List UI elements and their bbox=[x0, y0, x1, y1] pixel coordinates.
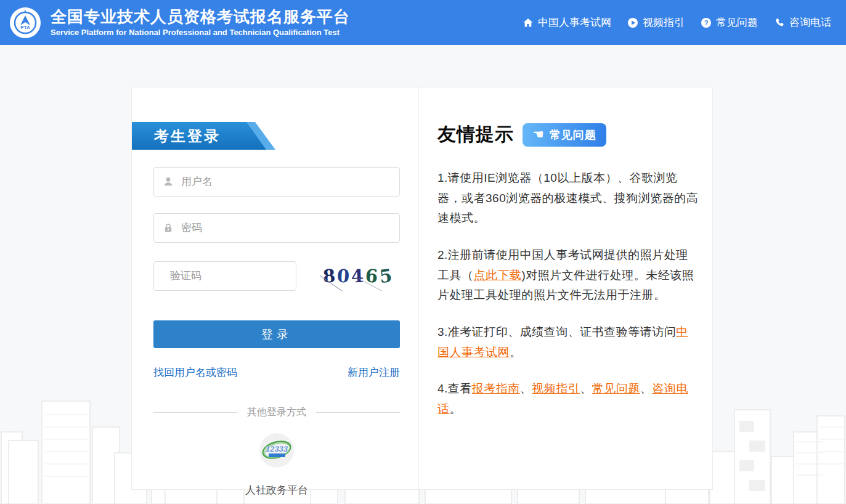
other-login-divider-label: 其他登录方式 bbox=[237, 406, 316, 419]
captcha-image[interactable]: 80465 bbox=[320, 261, 397, 291]
login-panel-ribbon: 考生登录 bbox=[132, 122, 277, 150]
username-field-wrap bbox=[153, 167, 400, 197]
pta-logo: PTA bbox=[10, 7, 41, 38]
alt-login-label: 人社政务平台 bbox=[153, 483, 400, 497]
pta-logo-icon: PTA bbox=[12, 10, 38, 36]
tip-paragraph: 1.请使用IE浏览器（10以上版本）、谷歌浏览器，或者360浏览器的极速模式、搜… bbox=[437, 168, 699, 229]
captcha-field-wrap bbox=[153, 261, 296, 291]
nav-item-faq[interactable]: ? 常见问题 bbox=[701, 15, 758, 30]
password-input[interactable] bbox=[181, 222, 391, 234]
phone-icon bbox=[774, 17, 785, 28]
home-icon bbox=[523, 17, 534, 28]
header-nav: 中国人事考试网 视频指引 ? 常见问题 咨询电话 bbox=[523, 15, 846, 30]
nav-item-label: 中国人事考试网 bbox=[538, 15, 611, 30]
header-titles: 全国专业技术人员资格考试报名服务平台 Service Platform for … bbox=[51, 8, 350, 38]
captcha-digits: 80465 bbox=[323, 266, 394, 287]
login-links-row: 找回用户名或密码 新用户注册 bbox=[153, 365, 400, 380]
nav-item-video-guide[interactable]: 视频指引 bbox=[627, 15, 685, 30]
alt-logo-number: 12333 bbox=[266, 444, 288, 453]
login-form: 80465 登录 找回用户名或密码 新用户注册 其他登录方式 12333 bbox=[132, 167, 400, 497]
svg-text:?: ? bbox=[704, 19, 709, 26]
nav-item-cpta-site[interactable]: 中国人事考试网 bbox=[523, 15, 611, 30]
play-circle-icon bbox=[627, 17, 638, 28]
tip-paragraph: 2.注册前请使用中国人事考试网提供的照片处理工具（点此下载)对照片文件进行处理。… bbox=[437, 245, 699, 306]
forgot-credentials-link[interactable]: 找回用户名或密码 bbox=[153, 365, 237, 380]
nav-item-label: 咨询电话 bbox=[789, 15, 831, 30]
tip-link[interactable]: 报考指南 bbox=[472, 382, 520, 395]
login-button[interactable]: 登录 bbox=[153, 320, 400, 348]
tip-link[interactable]: 常见问题 bbox=[592, 382, 640, 395]
page-subtitle: Service Platform for National Profession… bbox=[51, 28, 350, 37]
page-title: 全国专业技术人员资格考试报名服务平台 bbox=[51, 8, 350, 26]
svg-text:PTA: PTA bbox=[20, 25, 30, 30]
register-link[interactable]: 新用户注册 bbox=[348, 365, 400, 380]
tip-link[interactable]: 视频指引 bbox=[532, 382, 580, 395]
alt-login-section: 12333 人社政务平台 bbox=[153, 433, 400, 497]
faq-button[interactable]: ☚ 常见问题 bbox=[523, 123, 606, 147]
main-card: 考生登录 bbox=[131, 87, 713, 490]
app-header: PTA 全国专业技术人员资格考试报名服务平台 Service Platform … bbox=[0, 0, 846, 45]
nav-item-label: 视频指引 bbox=[643, 15, 685, 30]
other-login-divider: 其他登录方式 bbox=[153, 406, 400, 419]
faq-button-label: 常见问题 bbox=[550, 128, 596, 142]
tip-link[interactable]: 点此下载 bbox=[474, 269, 522, 282]
captcha-input[interactable] bbox=[170, 270, 306, 282]
tips-panel: 友情提示 ☚ 常见问题 1.请使用IE浏览器（10以上版本）、谷歌浏览器，或者3… bbox=[419, 87, 712, 489]
tip-paragraph: 4.查看报考指南、视频指引、常见问题、咨询电话。 bbox=[437, 379, 699, 419]
nav-item-phone[interactable]: 咨询电话 bbox=[774, 15, 831, 30]
renshe-12333-logo[interactable]: 12333 bbox=[259, 433, 295, 468]
captcha-row: 80465 bbox=[153, 261, 400, 291]
tips-paragraphs: 1.请使用IE浏览器（10以上版本）、谷歌浏览器，或者360浏览器的极速模式、搜… bbox=[437, 168, 699, 420]
lock-icon bbox=[163, 222, 174, 234]
login-panel: 考生登录 bbox=[132, 87, 419, 489]
tip-link[interactable]: 中国人事考试网 bbox=[437, 325, 688, 359]
user-icon bbox=[163, 176, 174, 187]
nav-item-label: 常见问题 bbox=[716, 15, 758, 30]
username-input[interactable] bbox=[181, 176, 391, 188]
question-circle-icon: ? bbox=[701, 17, 712, 28]
password-field-wrap bbox=[153, 213, 400, 243]
tips-title: 友情提示 bbox=[437, 122, 514, 147]
pointing-hand-icon: ☚ bbox=[532, 128, 545, 140]
tip-paragraph: 3.准考证打印、成绩查询、证书查验等请访问中国人事考试网。 bbox=[437, 322, 699, 362]
tips-title-row: 友情提示 ☚ 常见问题 bbox=[437, 122, 699, 147]
